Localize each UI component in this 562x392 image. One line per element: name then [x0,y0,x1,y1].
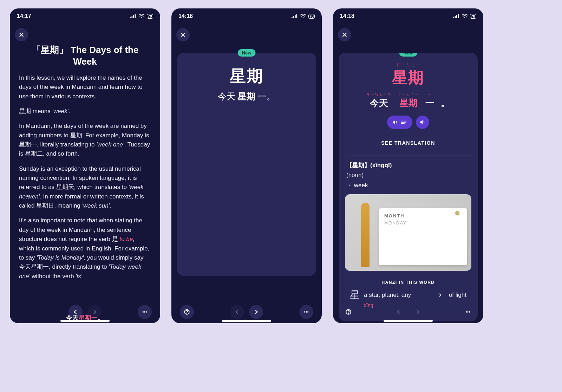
cellular-icon [130,14,136,18]
example-sentence: ㄐㄧㄣㄊㄧㄢ 今天 ㄒㄧㄥㄑㄧ 星期 ㄧ 一 。 [345,92,471,109]
status-indicators: 78 [453,14,476,19]
example-sentence: 今天 星期 一。 [185,91,308,102]
hanzi-section-label: HANZI IN THIS WORD [350,280,466,285]
svg-rect-19 [455,16,456,18]
hanzi-components: HANZI IN THIS WORD 星 a star, planet, any… [345,276,471,315]
next-button[interactable] [249,305,263,319]
lesson-body: In this lesson, we will explore the name… [19,73,151,281]
svg-rect-3 [135,14,136,18]
more-button[interactable] [299,305,313,319]
svg-rect-2 [133,15,134,18]
prev-button [392,305,406,319]
headword-hanzi: 星期 [345,67,471,88]
illustration-image: MONTH MONDAY [345,194,471,271]
status-indicators: 78 [292,14,315,19]
battery-indicator: 78 [308,14,315,19]
note-paragraph: It's also important to note that when st… [19,216,151,281]
divider [345,156,471,156]
status-bar: 14:18 78 [171,8,322,24]
svg-rect-1 [131,16,132,18]
phone-screen-3: 14:18 78 New ㄒㄧㄥㄑㄧ 星期 ㄐㄧㄣㄊㄧㄢ 今天 ㄒㄧㄥㄑㄧ [333,8,483,323]
svg-rect-21 [458,14,459,18]
phone-screen-2: 14:18 78 New 星期 今天 星期 一。 [171,8,322,323]
bottom-nav [171,305,322,319]
svg-point-14 [187,313,187,314]
svg-point-12 [302,17,303,18]
pen-graphic [361,203,370,267]
phone-screen-1: 14:17 79 「星期」 The Days of the Week In th… [10,8,160,323]
component-gloss-a: a star, planet, any [364,292,431,299]
svg-point-5 [143,312,144,313]
svg-rect-20 [456,15,457,18]
help-button[interactable] [180,305,194,319]
component-next-icon[interactable] [434,289,445,301]
status-time: 14:17 [17,13,31,19]
svg-rect-0 [130,17,131,18]
svg-point-30 [469,312,470,313]
svg-point-17 [307,312,308,313]
flashcard[interactable]: New 星期 今天 星期 一。 [177,53,316,276]
battery-indicator: 78 [470,14,476,19]
see-translation-button[interactable]: SEE TRANSLATION [373,137,443,149]
svg-rect-10 [295,15,296,18]
more-button[interactable] [461,305,475,319]
flashcard-back: New ㄒㄧㄥㄑㄧ 星期 ㄐㄧㄣㄊㄧㄢ 今天 ㄒㄧㄥㄑㄧ 星期 ㄧ 一 。 [339,53,478,321]
dictionary-entry: 【星期】(xīngqī) (noun) ・ week [345,161,471,190]
svg-point-27 [348,313,349,314]
svg-point-16 [306,312,307,313]
home-indicator [222,320,271,322]
new-badge: New [238,49,256,57]
home-indicator [60,320,110,322]
play-word-button[interactable] [416,116,429,129]
card-scroll[interactable]: New ㄒㄧㄥㄑㄧ 星期 ㄐㄧㄣㄊㄧㄢ 今天 ㄒㄧㄥㄑㄧ 星期 ㄧ 一 。 [339,53,478,323]
headword: ㄒㄧㄥㄑㄧ 星期 [345,62,471,88]
wifi-icon [300,14,306,19]
status-bar: 14:17 79 [10,8,160,24]
lesson-content: 「星期」 The Days of the Week In this lesson… [10,24,160,323]
word-1: ㄐㄧㄣㄊㄧㄢ 今天 [366,92,392,109]
intro-paragraph: In this lesson, we will explore the name… [19,73,151,101]
help-button[interactable] [341,305,355,319]
svg-point-4 [141,17,142,18]
svg-point-29 [468,312,469,313]
word-3: ㄧ 一 [425,92,434,109]
close-button[interactable] [176,28,190,41]
dict-pos: (noun) [346,171,470,180]
naming-paragraph: In Mandarin, the days of the week are na… [19,122,151,158]
week-paragraph: 星期 means 'week'. [19,107,151,116]
close-button[interactable] [338,28,351,41]
battery-indicator: 79 [147,14,153,19]
hanzi-component-row[interactable]: 星 a star, planet, any of light [350,288,466,302]
home-indicator [384,320,433,322]
dict-headword: 【星期】(xīngqī) [346,161,470,170]
new-badge: New [399,53,417,57]
svg-rect-11 [296,14,297,18]
headword-hanzi: 星期 [185,65,308,87]
svg-point-22 [464,17,465,18]
dict-definition: ・ week [346,181,470,190]
prev-button [230,305,244,319]
component-gloss-b: of light [449,292,466,299]
status-time: 14:18 [340,13,354,19]
svg-point-6 [144,312,145,313]
play-sentence-button[interactable] [387,116,412,129]
close-button[interactable] [15,28,28,41]
next-button [411,305,425,319]
status-indicators: 79 [130,14,153,19]
svg-point-28 [466,312,467,313]
calendar-graphic: MONTH MONDAY [379,208,467,265]
cellular-icon [292,14,298,18]
svg-point-7 [146,312,147,313]
sunday-paragraph: Sunday is an exception to the usual nume… [19,164,151,211]
wifi-icon [138,14,145,19]
wifi-icon [462,14,468,19]
svg-rect-9 [293,16,294,18]
word-2: ㄒㄧㄥㄑㄧ 星期 [398,92,419,109]
svg-point-15 [304,312,305,313]
status-bar: 14:18 78 [333,8,483,24]
status-time: 14:18 [178,13,193,19]
svg-rect-8 [292,17,293,18]
sentence-period: 。 [441,97,450,109]
svg-rect-18 [453,17,454,18]
cellular-icon [453,14,459,18]
